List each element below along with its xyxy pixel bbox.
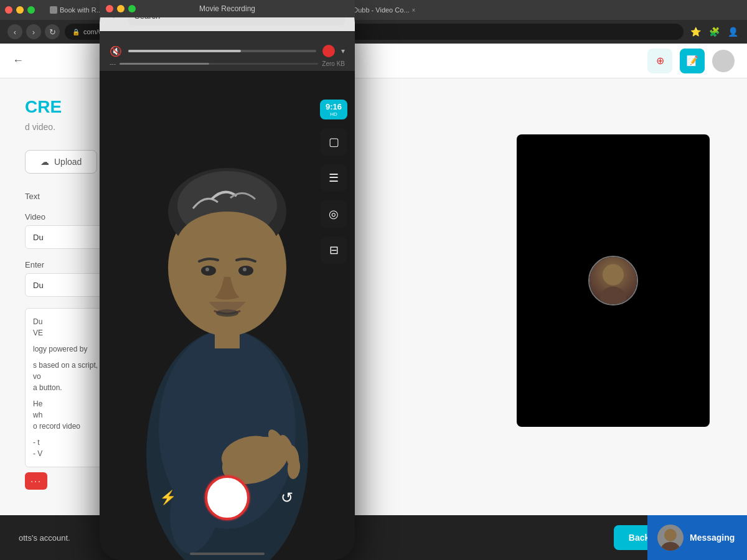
time-display: 9:16 [325, 102, 342, 111]
timeline-fill [120, 63, 209, 65]
svg-point-14 [205, 268, 209, 271]
browser-min[interactable] [16, 6, 24, 14]
messaging-avatar [657, 525, 684, 551]
browser-toolbar-icons: ⭐ 🧩 👤 [688, 25, 740, 39]
side-controls: 9:16 HD ▢ ☰ ◎ ⊟ [320, 100, 347, 264]
list-icon: ☰ [329, 171, 339, 185]
messaging-widget[interactable]: Messaging [647, 515, 747, 560]
maximize-btn[interactable] [128, 5, 136, 12]
svg-point-11 [176, 212, 278, 280]
video-preview-area [517, 134, 710, 427]
gallery-button[interactable]: ▢ [320, 128, 347, 156]
tab-icon [50, 6, 57, 14]
profile-icon[interactable]: 👤 [726, 25, 740, 39]
capture-button[interactable]: ◎ [320, 200, 347, 228]
list-button[interactable]: ☰ [320, 164, 347, 192]
flip-camera-button[interactable]: ↺ [275, 485, 299, 510]
user-avatar[interactable] [712, 50, 735, 72]
bookmark-icon[interactable]: ⭐ [688, 25, 702, 39]
record-dot-indicator [322, 45, 335, 57]
svg-point-15 [243, 268, 247, 271]
face-inner [590, 257, 637, 304]
browser-close[interactable] [5, 6, 12, 14]
template-button[interactable]: ⊟ [320, 236, 347, 264]
window-controls-browser [5, 6, 35, 14]
more-options-button[interactable]: ··· [25, 472, 47, 490]
volume-icon[interactable]: 🔇 [110, 45, 122, 57]
svg-point-1 [600, 287, 626, 306]
dubb-nav-right: ⊕ 📝 [647, 49, 735, 73]
forward-nav-button[interactable]: › [26, 24, 41, 39]
hd-label: HD [325, 111, 342, 117]
messaging-label: Messaging [690, 533, 735, 543]
shutter-button[interactable] [205, 475, 250, 520]
close-btn[interactable] [106, 5, 113, 12]
record-icon: ⊕ [656, 55, 664, 67]
nav-buttons: ‹ › ↻ [7, 24, 60, 39]
tab-label: Book with R... [60, 6, 102, 14]
upload-button[interactable]: ☁ Upload [25, 150, 97, 174]
account-text: otts's account. [19, 533, 70, 543]
extensions-icon[interactable]: 🧩 [707, 25, 721, 39]
flash-icon: ⚡ [159, 490, 176, 506]
flip-icon: ↺ [281, 489, 293, 506]
shutter-inner [211, 482, 243, 514]
timer-start: --- [110, 60, 116, 67]
phone-camera: ← Search 🔇 ▾ --- Zero KB [100, 0, 355, 560]
minimize-btn[interactable] [117, 5, 125, 12]
messaging-avatar-svg [657, 525, 684, 551]
script-button[interactable]: 📝 [680, 49, 705, 73]
svg-point-0 [603, 264, 624, 285]
gallery-icon: ▢ [329, 135, 339, 149]
face-svg [590, 256, 637, 306]
back-arrow-icon[interactable]: ← [12, 54, 24, 67]
record-video-button[interactable]: ⊕ [647, 49, 672, 73]
home-indicator [190, 553, 265, 555]
flash-button[interactable]: ⚡ [155, 485, 180, 510]
tab-close-icon[interactable]: × [412, 7, 416, 14]
window-controls [106, 5, 136, 12]
progress-fill [128, 50, 241, 52]
camera-bottom-controls: ⚡ ↺ [100, 473, 355, 523]
recording-controls: 🔇 ▾ --- Zero KB [100, 31, 355, 71]
browser-max[interactable] [27, 6, 35, 14]
timeline-bar [120, 63, 318, 65]
template-icon: ⊟ [329, 243, 339, 257]
lock-icon: 🔒 [72, 29, 80, 35]
upload-icon: ☁ [40, 157, 49, 167]
movie-recording-overlay: ← Search 🔇 ▾ --- Zero KB [100, 0, 355, 560]
svg-point-3 [660, 542, 680, 551]
capture-icon: ◎ [329, 207, 339, 221]
svg-point-2 [664, 529, 677, 541]
upload-label: Upload [54, 157, 82, 167]
more-icon: ··· [31, 476, 42, 486]
audio-progress-bar [128, 50, 316, 52]
face-preview [588, 256, 638, 306]
dropdown-arrow-icon[interactable]: ▾ [341, 47, 345, 55]
back-nav-button[interactable]: ‹ [7, 24, 22, 39]
file-size-text: Zero KB [322, 60, 345, 67]
refresh-button[interactable]: ↻ [45, 24, 60, 39]
hd-time-badge[interactable]: 9:16 HD [320, 100, 347, 119]
movie-recording-titlebar: Movie Recording [100, 0, 355, 17]
window-title: Movie Recording [199, 4, 255, 13]
script-icon: 📝 [686, 55, 698, 67]
tab-label: Dubb - Video Co... [353, 6, 409, 14]
